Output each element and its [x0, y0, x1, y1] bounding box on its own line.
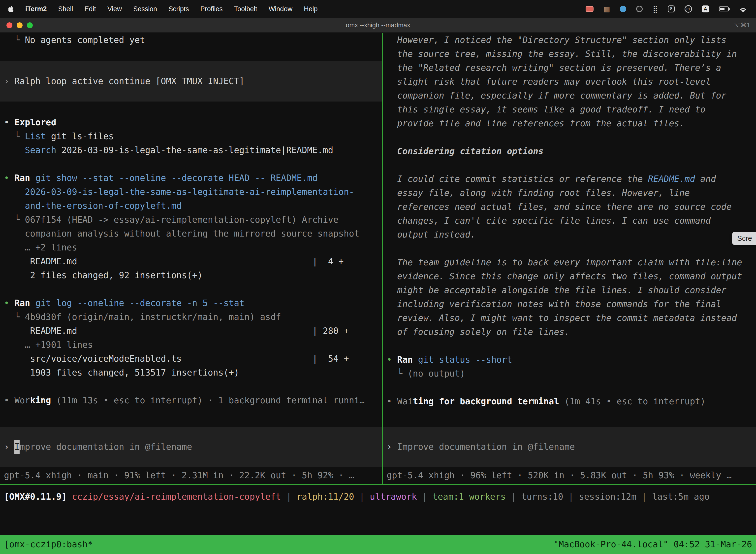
terminal-line: 1903 files changed, 513517 insertions(+) — [0, 366, 382, 380]
keyboard-icon[interactable]: ▦ — [604, 5, 610, 13]
terminal-line: the source tree, missing the essay. Stil… — [383, 47, 756, 61]
terminal-line — [383, 339, 756, 353]
right-pane[interactable]: However, I noticed the "Directory Struct… — [383, 33, 756, 484]
prompt-chevron-icon: › — [4, 440, 14, 454]
terminal-line: └ 067f154 (HEAD -> essay/ai-reimplementa… — [0, 213, 382, 227]
terminal-line: essay file, along with finding root file… — [383, 186, 756, 200]
window-shortcut-badge: ⌥⌘1 — [733, 21, 751, 29]
terminal-line: including verification notes with those … — [383, 297, 756, 311]
terminal-line: references need actual files, and since … — [383, 200, 756, 214]
terminal-line: companion file, especially if more comme… — [383, 89, 756, 103]
menu-profiles[interactable]: Profiles — [200, 5, 223, 13]
terminal-line: • Ran git show --stat --oneline --decora… — [0, 171, 382, 185]
prompt-placeholder: mprove documentation in @filename — [19, 440, 192, 454]
terminal-line: and-the-erosion-of-copyleft.md — [0, 199, 382, 213]
apple-menu-icon[interactable] — [8, 6, 14, 12]
blue-circle-icon[interactable] — [620, 6, 626, 12]
terminal-line: └ (no output) — [383, 367, 756, 381]
terminal-line: • Ran git status --short — [383, 353, 756, 367]
terminal-line: … +2 lines — [0, 240, 382, 255]
terminal-line: … +1901 lines — [0, 338, 382, 352]
terminal-line: companion analysis without altering the … — [0, 227, 382, 240]
terminal-line: I could cite commit statistics or refere… — [383, 172, 756, 186]
thinking-heading: Considering citation options — [383, 144, 756, 158]
menu-bar-status-icons: ▦ ⣿ 8 61 A — [586, 5, 748, 13]
tmux-session-label: [omx-cczip0:bash* — [4, 539, 93, 549]
terminal-line — [383, 130, 756, 144]
terminal: └ No agents completed yet› Ralph loop ac… — [0, 33, 756, 554]
prompt-placeholder: Improve documentation in @filename — [397, 440, 575, 454]
terminal-line: evidence. Since this change only affects… — [383, 269, 756, 283]
overlay-tooltip: Scre — [732, 232, 756, 245]
left-pane[interactable]: └ No agents completed yet› Ralph loop ac… — [0, 33, 382, 484]
tmux-panes: └ No agents completed yet› Ralph loop ac… — [0, 33, 756, 484]
terminal-line: slight risk that future readers may over… — [383, 75, 756, 89]
window-title-bar[interactable]: omx --xhigh --madmax ⌥⌘1 — [0, 18, 756, 33]
left-scrollback: └ No agents completed yet› Ralph loop ac… — [0, 33, 382, 407]
right-model-status-line: gpt-5.4 xhigh · 96% left · 520K in · 5.8… — [383, 466, 756, 484]
terminal-line: this single essay, it seems like a good … — [383, 103, 756, 116]
terminal-line: └ No agents completed yet — [0, 33, 382, 47]
menu-view[interactable]: View — [107, 5, 122, 13]
left-prompt-input[interactable]: › Improve documentation in @filename — [0, 427, 382, 466]
dots-grid-icon[interactable]: ⣿ — [652, 5, 658, 13]
omx-status-bar: [OMX#0.11.9] cczip/essay/ai-reimplementa… — [0, 485, 756, 512]
left-pane-spacer — [0, 407, 382, 427]
terminal-line: the "Related research writing" section i… — [383, 61, 756, 75]
minimize-button[interactable] — [17, 22, 22, 28]
terminal-line — [0, 380, 382, 393]
window-title: omx --xhigh --madmax — [346, 21, 410, 29]
tmux-status-bar: [omx-cczip0:bash* "MacBook-Pro-44.local"… — [0, 535, 756, 554]
terminal-line: Search 2026-03-09-is-legal-the-same-as-l… — [0, 143, 382, 157]
omx-status-line: [OMX#0.11.9] cczip/essay/ai-reimplementa… — [0, 492, 710, 506]
input-source-icon[interactable]: A — [702, 5, 709, 12]
gauge-icon[interactable]: 61 — [685, 5, 692, 13]
terminal-line — [383, 381, 756, 394]
wifi-icon[interactable] — [739, 6, 748, 12]
ralph-loop-banner: › Ralph loop active continue [OMX_TMUX_I… — [0, 61, 382, 102]
terminal-line: provide file and line references from th… — [383, 116, 756, 130]
tmux-host-clock: "MacBook-Pro-44.local" 04:52 31-Mar-26 — [553, 539, 752, 549]
terminal-line: • Ran git log --oneline --decorate -n 5 … — [0, 296, 382, 310]
menu-edit[interactable]: Edit — [84, 5, 96, 13]
battery-icon[interactable] — [719, 6, 729, 11]
macos-menu-bar: iTerm2 Shell Edit View Session Scripts P… — [0, 0, 756, 18]
screen-recording-icon[interactable] — [586, 6, 593, 12]
menu-toolbelt[interactable]: Toolbelt — [234, 5, 257, 13]
terminal-line — [383, 241, 756, 256]
menu-session[interactable]: Session — [133, 5, 157, 13]
terminal-line: might be acceptable alongside the file l… — [383, 283, 756, 297]
right-prompt-input[interactable]: › Improve documentation in @filename — [383, 427, 756, 466]
traffic-lights — [6, 22, 33, 28]
left-model-status-line: gpt-5.4 xhigh · main · 91% left · 2.31M … — [0, 466, 382, 484]
menu-window[interactable]: Window — [269, 5, 293, 13]
desktop-screen: iTerm2 Shell Edit View Session Scripts P… — [0, 0, 756, 554]
terminal-line — [0, 47, 382, 61]
terminal-line — [0, 282, 382, 296]
zoom-button[interactable] — [27, 22, 33, 28]
terminal-line: README.md | 4 + — [0, 255, 382, 268]
menu-iterm2[interactable]: iTerm2 — [25, 5, 47, 13]
menu-help[interactable]: Help — [304, 5, 318, 13]
terminal-line: output instead. — [383, 228, 756, 241]
right-scrollback: However, I noticed the "Directory Struct… — [383, 33, 756, 408]
black-circle-icon[interactable] — [636, 6, 643, 12]
terminal-line — [383, 158, 756, 172]
waiting-status-line: • Waiting for background terminal (1m 41… — [383, 394, 756, 408]
terminal-line: The team guideline is to back every impo… — [383, 256, 756, 269]
menu-scripts[interactable]: Scripts — [169, 5, 189, 13]
terminal-line: └ List git ls-files — [0, 129, 382, 143]
terminal-line — [0, 102, 382, 115]
terminal-line: However, I noticed the "Directory Struct… — [383, 33, 756, 47]
right-pane-spacer — [383, 408, 756, 427]
terminal-line: README.md | 280 + — [0, 324, 382, 338]
terminal-line: • Explored — [0, 115, 382, 129]
prompt-chevron-icon: › — [387, 440, 397, 454]
menu-shell[interactable]: Shell — [58, 5, 73, 13]
working-status-line: • Working (11m 13s • esc to interrupt) ·… — [0, 393, 382, 407]
terminal-line: src/voice/voiceModeEnabled.ts | 54 + — [0, 352, 382, 366]
terminal-line: of focusing solely on file lines. — [383, 325, 756, 339]
terminal-line: review. Also, I might want to inspect th… — [383, 311, 756, 325]
keycap-icon[interactable]: 8 — [668, 5, 675, 12]
close-button[interactable] — [6, 22, 12, 28]
